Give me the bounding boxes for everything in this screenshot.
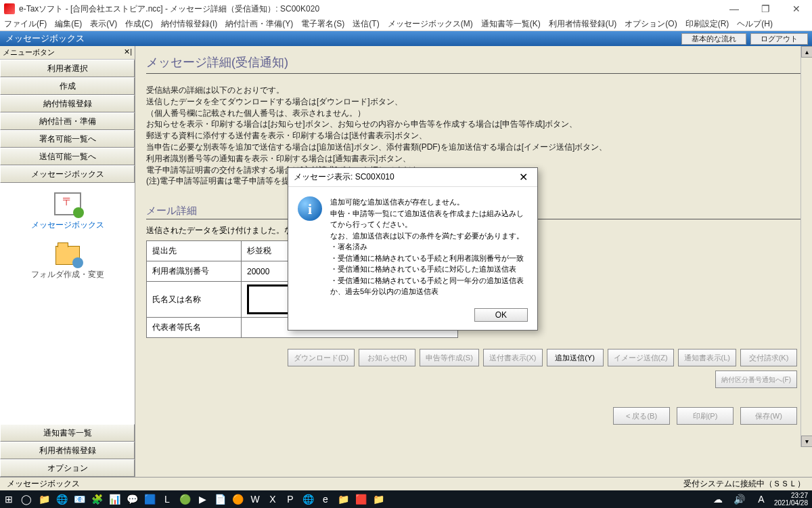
task-icon[interactable]: 🟦 [141,490,158,508]
section-header: メッセージボックス 基本的な流れ ログアウト [0,31,812,46]
save-button[interactable]: 保存(W) [740,407,797,425]
clock-date: 2021/04/28 [774,499,808,507]
clock-time: 23:27 [774,492,808,499]
maximize-button[interactable]: ❐ [750,0,781,18]
task-icon[interactable]: 📄 [211,490,229,508]
task-icon[interactable]: P [281,490,299,508]
menu-create[interactable]: 作成(C) [125,18,153,30]
window-titlebar: e-Taxソフト - [合同会社エストピア.ncc] - メッセージ詳細（受信通… [0,0,812,18]
koufu-button[interactable]: 交付請求(K) [740,349,797,366]
close-button[interactable]: ✕ [781,0,812,18]
sidebar-btn-create[interactable]: 作成 [0,77,135,95]
menu-option[interactable]: オプション(O) [625,18,677,30]
flow-button[interactable]: 基本的な流れ [681,33,746,45]
task-icon[interactable]: 💬 [123,490,141,508]
task-icon[interactable]: ▶ [194,490,211,508]
menu-edit[interactable]: 編集(E) [55,18,82,30]
task-icon[interactable]: 🟥 [352,490,369,508]
status-right: 受付システムに接続中（ＳＳＬ） [683,478,805,490]
task-icon[interactable]: 📧 [70,490,88,508]
dialog-line: 追加可能な追加送信表が存在しません。 [330,196,528,208]
dialog-line: ・受信通知に格納されている手続と同一年分の追加送信表か、過去5年分以内の追加送信… [330,275,528,297]
soufusho-button[interactable]: 送付書表示(X) [483,349,543,366]
task-icon[interactable]: X [264,490,281,508]
folder-icon[interactable] [55,246,80,265]
task-icon[interactable]: 📁 [369,490,387,508]
explain-line: お知らせを表示・印刷する場合は[お知らせ]ボタン、お知らせの内容から申告等を作成… [146,119,805,130]
menu-notice[interactable]: 通知書等一覧(K) [481,18,541,30]
task-icon[interactable]: 🌐 [53,490,70,508]
taskbar[interactable]: ⊞ ◯ 📁 🌐 📧 🧩 📊 💬 🟦 L 🟢 ▶ 📄 🟠 W X P 🌐 e 📁 … [0,490,812,508]
message-dialog: メッセージ表示: SC00X010 ✕ i 追加可能な追加送信表が存在しません。… [288,167,538,331]
menu-send[interactable]: 送信(T) [353,18,379,30]
start-button[interactable]: ⊞ [0,490,18,508]
sidebar-btn-sendlist[interactable]: 送信可能一覧へ [0,148,135,165]
cell-label: 代表者等氏名 [147,318,242,338]
explain-line: 郵送する資料に添付する送付書を表示・印刷する場合は[送付書表示]ボタン、 [146,130,805,142]
sidebar-btn-msgbox[interactable]: メッセージボックス [0,165,135,183]
task-icon[interactable]: L [158,490,176,508]
tray-icon[interactable]: ☁ [709,490,727,508]
task-icon[interactable]: ◯ [18,490,35,508]
app-icon [4,3,15,14]
task-icon[interactable]: 🟠 [229,490,246,508]
shinkoku-button[interactable]: 申告等作成(S) [420,349,479,366]
task-icon[interactable]: 📊 [106,490,123,508]
msgbox-link[interactable]: メッセージボックス [0,219,135,231]
oshirase-button[interactable]: お知らせ(R) [359,349,415,366]
sidebar-btn-notice-list[interactable]: 通知書等一覧 [0,424,135,442]
menu-noufu[interactable]: 納付情報登録(I) [161,18,217,30]
back-button[interactable]: < 戻る(B) [613,407,670,425]
menu-plan[interactable]: 納付計画・準備(Y) [225,18,293,30]
print-button[interactable]: 印刷(P) [677,407,734,425]
explain-line: 当申告に必要な別表等を追加で送信する場合は[追加送信]ボタン、添付書類(PDF)… [146,142,805,153]
folder-link[interactable]: フォルダ作成・変更 [0,269,135,280]
menu-msgbox[interactable]: メッセージボックス(M) [388,18,473,30]
dialog-ok-button[interactable]: OK [474,308,528,322]
image-soushin-button[interactable]: イメージ送信(Z) [608,349,674,366]
task-icon[interactable]: 🌐 [299,490,317,508]
menu-bar[interactable]: ファイル(F) 編集(E) 表示(V) 作成(C) 納付情報登録(I) 納付計画… [0,18,812,31]
tray-icon[interactable]: 🔊 [731,490,748,508]
task-icon[interactable]: e [317,490,334,508]
sidebar-btn-signlist[interactable]: 署名可能一覧へ [0,130,135,148]
menu-sign[interactable]: 電子署名(S) [301,18,344,30]
logout-button[interactable]: ログアウト [750,33,808,45]
task-icon[interactable]: 📁 [35,490,53,508]
dialog-text: 追加可能な追加送信表が存在しません。 申告・申請等一覧にて追加送信表を作成または… [330,196,528,297]
task-icon[interactable]: 🧩 [88,490,106,508]
sidebar-close-icon[interactable]: ✕| [124,47,132,58]
minimize-button[interactable]: ― [719,0,750,18]
cell-label: 氏名又は名称 [147,282,242,318]
menu-file[interactable]: ファイル(F) [4,18,47,30]
sidebar-btn-plan[interactable]: 納付計画・準備 [0,112,135,130]
taskbar-clock[interactable]: 23:27 2021/04/28 [774,492,808,507]
download-button[interactable]: ダウンロード(D) [288,349,355,366]
sidebar-btn-userinfo[interactable]: 利用者情報登録 [0,442,135,459]
cell-label: 提出先 [147,241,242,261]
scroll-down-icon[interactable]: ▾ [801,436,812,447]
tray-ime-icon[interactable]: A [752,490,770,508]
task-icon[interactable]: 📁 [334,490,352,508]
dialog-close-button[interactable]: ✕ [515,171,532,184]
task-icon[interactable]: W [246,490,264,508]
dialog-line: ・署名済み [330,241,528,253]
menu-view[interactable]: 表示(V) [90,18,117,30]
scroll-up-icon[interactable]: ▴ [801,46,812,58]
status-left: メッセージボックス [7,478,80,490]
msgbox-icon[interactable] [54,192,81,215]
sidebar-btn-option[interactable]: オプション [0,459,135,477]
dialog-line: ・受信通知に格納されている手続に対応した追加送信表 [330,263,528,275]
menu-print[interactable]: 印刷設定(R) [685,18,729,30]
tsuika-soushin-button[interactable]: 追加送信(Y) [547,349,604,366]
task-icon[interactable]: 🟢 [176,490,194,508]
vertical-scrollbar[interactable]: ▴ ▾ [800,46,812,447]
menu-help[interactable]: ヘルプ(H) [737,18,773,30]
menu-userreg[interactable]: 利用者情報登録(U) [549,18,617,30]
sidebar-btn-user-select[interactable]: 利用者選択 [0,60,135,77]
sidebar: メニューボタン ✕| 利用者選択 作成 納付情報登録 納付計画・準備 署名可能一… [0,46,135,477]
explain-line: 送信したデータを全てダウンロードする場合は[ダウンロード]ボタン、 [146,96,805,108]
tsuuchisho-button[interactable]: 通知書表示(L) [678,349,736,366]
noufu-kubun-button[interactable]: 納付区分番号通知へ(F) [715,371,797,388]
sidebar-btn-noufu[interactable]: 納付情報登録 [0,95,135,112]
